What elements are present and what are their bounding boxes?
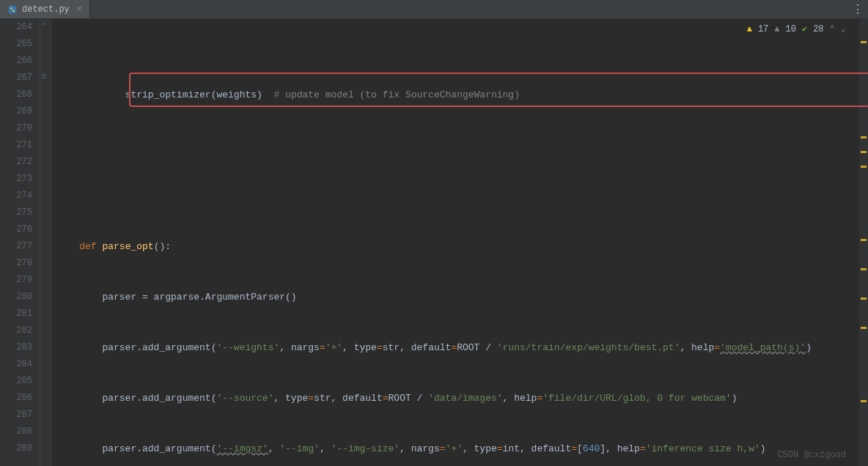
- code-line: def parse_opt():: [52, 238, 868, 255]
- python-file-icon: [7, 4, 18, 15]
- stripe-warning[interactable]: [861, 166, 867, 168]
- kebab-menu-icon[interactable]: ⋮: [852, 2, 862, 17]
- fold-minus-icon[interactable]: ⊟: [42, 72, 46, 81]
- close-icon[interactable]: ×: [77, 4, 82, 15]
- line-number: 277: [0, 238, 32, 255]
- line-number: 279: [0, 272, 32, 289]
- line-number: 289: [0, 440, 32, 457]
- code-line: parser.add_argument('--imgsz', '--img', …: [52, 440, 868, 457]
- line-number: 271: [0, 137, 32, 154]
- line-number: 264: [0, 19, 32, 36]
- line-number: 276: [0, 221, 32, 238]
- line-number: 267: [0, 70, 32, 86]
- line-number: 269: [0, 103, 32, 120]
- line-number: 281: [0, 306, 32, 322]
- stripe-warning[interactable]: [861, 136, 867, 138]
- code-area[interactable]: strip_optimizer(weights) # update model …: [52, 19, 868, 466]
- inspections-widget[interactable]: ▲17 ▲10 ✔28 ⌃ ⌄: [743, 22, 850, 36]
- line-number: 274: [0, 188, 32, 204]
- watermark-text: CSDN @cxzgood: [777, 450, 846, 460]
- tab-bar: detect.py × ⋮: [0, 0, 868, 19]
- chevron-down-icon[interactable]: ⌄: [841, 23, 846, 34]
- line-number: 266: [0, 53, 32, 70]
- line-number: 265: [0, 36, 32, 53]
- line-number: 278: [0, 255, 32, 272]
- svg-rect-0: [9, 5, 17, 13]
- ok-icon: ✔: [802, 23, 807, 34]
- warning-icon: ▲: [747, 24, 752, 34]
- code-line: parser.add_argument('--source', type=str…: [52, 390, 868, 407]
- line-number: 272: [0, 154, 32, 171]
- line-number: 283: [0, 339, 32, 356]
- stripe-warning[interactable]: [861, 268, 867, 270]
- editor: 2642652662672682692702712722732742752762…: [0, 19, 868, 466]
- code-line: [52, 137, 868, 154]
- stripe-warning[interactable]: [861, 327, 867, 329]
- line-number: 284: [0, 356, 32, 373]
- line-number: 286: [0, 390, 32, 407]
- stripe-warning[interactable]: [861, 239, 867, 241]
- line-number: 273: [0, 171, 32, 188]
- line-number: 268: [0, 86, 32, 103]
- line-number: 282: [0, 322, 32, 339]
- code-line: strip_optimizer(weights) # update model …: [52, 86, 868, 103]
- line-number: 285: [0, 373, 32, 390]
- file-tab[interactable]: detect.py ×: [0, 0, 90, 18]
- line-number: 288: [0, 424, 32, 440]
- error-stripe[interactable]: [859, 19, 868, 466]
- line-number: 287: [0, 407, 32, 424]
- stripe-warning[interactable]: [861, 297, 867, 300]
- stripe-warning[interactable]: [861, 151, 867, 153]
- weak-warning-icon: ▲: [774, 24, 779, 34]
- line-number-gutter: 2642652662672682692702712722732742752762…: [0, 19, 40, 466]
- stripe-warning[interactable]: [861, 41, 867, 43]
- fold-gutter: ⌃ ⊟: [40, 19, 52, 466]
- line-number: 275: [0, 204, 32, 221]
- code-line: parser.add_argument('--weights', nargs='…: [52, 339, 868, 356]
- line-number: 280: [0, 289, 32, 306]
- code-line: parser = argparse.ArgumentParser(): [52, 289, 868, 306]
- line-number: 270: [0, 120, 32, 137]
- chevron-up-icon[interactable]: ⌃: [830, 23, 835, 34]
- fold-up-icon[interactable]: ⌃: [42, 21, 46, 30]
- stripe-warning[interactable]: [861, 400, 867, 402]
- code-line: [52, 188, 868, 204]
- tab-label: detect.py: [22, 4, 70, 15]
